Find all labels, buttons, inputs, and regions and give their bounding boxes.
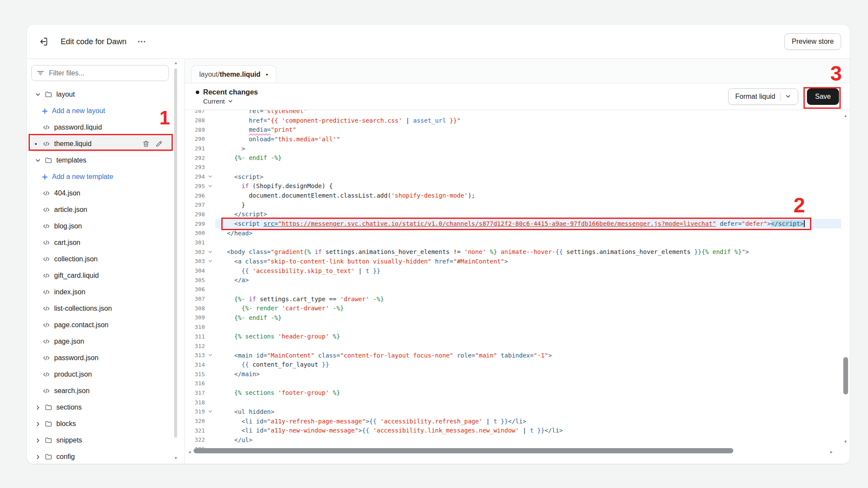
code-line-304[interactable]: 304 {{ 'accessibility.skip_to_text' | t …: [185, 266, 841, 276]
code-line-315[interactable]: 315 </main>: [185, 369, 841, 379]
fold-icon[interactable]: [205, 250, 215, 254]
fold-icon[interactable]: [205, 409, 215, 414]
trash-file-button[interactable]: [142, 140, 150, 148]
code-line-302[interactable]: 302 <body class="gradient{% if settings.…: [185, 247, 841, 257]
file-page-json[interactable]: page.json: [31, 333, 172, 350]
code-line-322[interactable]: 322 </ul>: [185, 435, 841, 445]
filter-files-input[interactable]: [31, 65, 169, 81]
file-collection-json[interactable]: collection.json: [31, 251, 172, 267]
file-blog-json[interactable]: blog.json: [31, 218, 172, 234]
code-line-306[interactable]: 306: [185, 285, 841, 294]
file-password-json[interactable]: password.json: [31, 350, 172, 366]
fold-icon[interactable]: [205, 174, 215, 179]
code-line-301[interactable]: 301: [185, 238, 841, 247]
code-line-312[interactable]: 312: [185, 341, 841, 351]
code-text: }: [215, 202, 245, 208]
code-text: <a class="skip-to-content-link button vi…: [215, 258, 508, 265]
code-line-314[interactable]: 314 {{ content_for_layout }}: [185, 360, 841, 370]
code-line-308[interactable]: 308 {%- render 'cart-drawer' -%}: [185, 303, 841, 313]
scroll-up-icon[interactable]: ▲: [173, 61, 178, 65]
fold-icon[interactable]: [205, 259, 215, 264]
fold-icon[interactable]: [205, 353, 215, 358]
code-file-icon: [42, 338, 50, 345]
code-file-icon: [42, 371, 50, 378]
file-search-json[interactable]: search.json: [31, 383, 172, 399]
format-liquid-button[interactable]: Format liquid: [728, 88, 798, 105]
code-line-290[interactable]: 290 onload="this.media='all'": [185, 134, 841, 144]
code-editor[interactable]: 287 rel="stylesheet"288 href="{{ 'compon…: [185, 110, 850, 464]
code-line-311[interactable]: 311 {% sections 'header-group' %}: [185, 332, 841, 342]
folder-label: layout: [56, 91, 75, 98]
folder-blocks[interactable]: blocks: [31, 416, 172, 432]
code-line-299[interactable]: 299 <script src="https://messenger.svc.c…: [185, 219, 841, 228]
pencil-file-button[interactable]: [155, 140, 163, 148]
folder-label: templates: [56, 156, 86, 164]
revision-selector[interactable]: Current: [203, 98, 258, 105]
code-line-291[interactable]: 291 >: [185, 144, 841, 153]
tab-theme-liquid[interactable]: layout/theme.liquid ●: [191, 65, 276, 83]
file-password-liquid[interactable]: password.liquid: [31, 119, 172, 136]
code-line-303[interactable]: 303 <a class="skip-to-content-link butto…: [185, 257, 841, 266]
code-line-313[interactable]: 313 <main id="MainContent" class="conten…: [185, 351, 841, 360]
modified-dot: ●: [35, 142, 42, 146]
code-file-icon: [42, 255, 50, 263]
scroll-down-icon[interactable]: ▼: [173, 456, 178, 460]
sidebar-scrollbar[interactable]: ▲ ▼: [173, 59, 178, 464]
file-gift-card-liquid[interactable]: gift_card.liquid: [31, 267, 172, 284]
file-cart-json[interactable]: cart.json: [31, 234, 172, 251]
add-a-new-layout-button[interactable]: Add a new layout: [31, 103, 172, 119]
code-lines: 287 rel="stylesheet"288 href="{{ 'compon…: [185, 110, 841, 454]
save-button[interactable]: Save: [807, 88, 839, 105]
code-line-297[interactable]: 297 }: [185, 200, 841, 210]
file-404-json[interactable]: 404.json: [31, 185, 172, 202]
file-page-contact-json[interactable]: page.contact.json: [31, 317, 172, 333]
code-line-318[interactable]: 318: [185, 397, 841, 407]
code-line-287[interactable]: 287 rel="stylesheet": [185, 110, 841, 116]
scroll-up-icon[interactable]: ▲: [842, 114, 849, 118]
add-a-new-template-button[interactable]: Add a new template: [31, 169, 172, 185]
chevron-down-icon: [34, 158, 42, 163]
file-product-json[interactable]: product.json: [31, 366, 172, 383]
code-text: <script>: [215, 173, 263, 180]
folder-snippets[interactable]: snippets: [31, 432, 172, 449]
file-index-json[interactable]: index.json: [31, 284, 172, 300]
code-line-289[interactable]: 289 media="print": [185, 125, 841, 134]
scroll-left-icon[interactable]: ◄: [188, 450, 191, 454]
sidebar-scrollbar-thumb[interactable]: [174, 68, 177, 438]
code-line-288[interactable]: 288 href="{{ 'component-predictive-searc…: [185, 116, 841, 125]
code-line-307[interactable]: 307 {%- if settings.cart_type == 'drawer…: [185, 294, 841, 304]
folder-sections[interactable]: sections: [31, 399, 172, 416]
scroll-down-icon[interactable]: ▼: [842, 439, 849, 444]
folder-layout[interactable]: layout: [31, 86, 172, 103]
code-line-295[interactable]: 295 if (Shopify.designMode) {: [185, 182, 841, 191]
more-options-button[interactable]: [137, 37, 146, 46]
scroll-right-icon[interactable]: ►: [829, 450, 833, 454]
code-line-294[interactable]: 294 <script>: [185, 172, 841, 182]
exit-icon[interactable]: [38, 36, 49, 47]
code-line-298[interactable]: 298 </script>: [185, 210, 841, 219]
code-line-310[interactable]: 310: [185, 322, 841, 332]
code-line-296[interactable]: 296 document.documentElement.classList.a…: [185, 191, 841, 200]
code-line-317[interactable]: 317 {% sections 'footer-group' %}: [185, 388, 841, 398]
fold-icon[interactable]: [205, 184, 215, 189]
line-number: 301: [185, 239, 205, 246]
preview-store-button[interactable]: Preview store: [784, 33, 841, 50]
editor-vscrollbar-thumb[interactable]: [843, 357, 848, 394]
editor-hscrollbar-thumb[interactable]: [194, 448, 733, 453]
code-line-316[interactable]: 316: [185, 379, 841, 388]
code-line-300[interactable]: 300 </head>: [185, 228, 841, 238]
code-line-305[interactable]: 305 </a>: [185, 275, 841, 285]
action-label: Add a new template: [52, 173, 113, 181]
code-line-293[interactable]: 293: [185, 163, 841, 172]
code-file-icon: [42, 189, 50, 197]
code-line-320[interactable]: 320 <li id="a11y-refresh-page-message">{…: [185, 416, 841, 426]
file-article-json[interactable]: article.json: [31, 202, 172, 218]
file-list-collections-json[interactable]: list-collections.json: [31, 300, 172, 317]
code-line-319[interactable]: 319 <ul hidden>: [185, 407, 841, 416]
code-line-309[interactable]: 309 {%- endif -%}: [185, 313, 841, 322]
file-theme-liquid[interactable]: ●theme.liquid: [31, 136, 172, 152]
code-line-321[interactable]: 321 <li id="a11y-new-window-message">{{ …: [185, 426, 841, 435]
folder-templates[interactable]: templates: [31, 152, 172, 169]
folder-config[interactable]: config: [31, 449, 172, 464]
code-line-292[interactable]: 292 {%- endif -%}: [185, 153, 841, 163]
